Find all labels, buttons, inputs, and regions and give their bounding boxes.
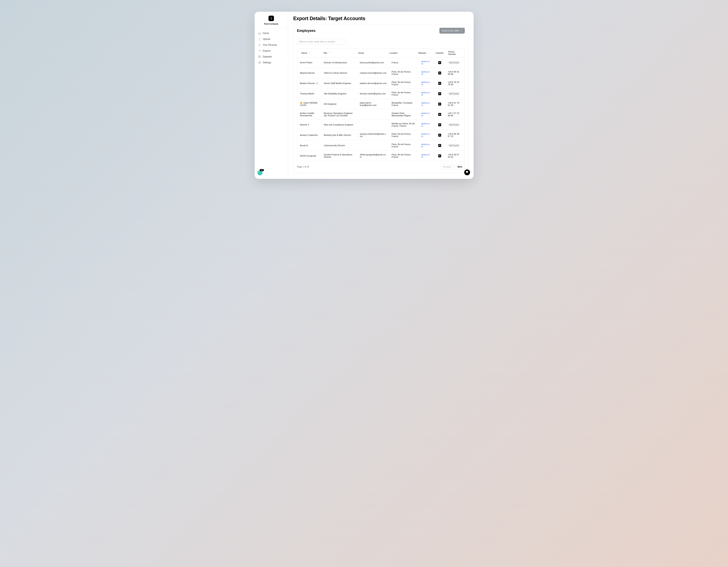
brand-name: Find Contacts — [264, 23, 278, 25]
cell-linkedin[interactable]: in — [434, 110, 445, 119]
sidebar-item-home[interactable]: Home — [257, 30, 286, 36]
cell-website[interactable]: qonto.com — [419, 68, 434, 78]
sidebar-item-your-persona[interactable]: Your Persona — [257, 42, 286, 48]
cell-location: Paris, Île-de-France, France — [389, 68, 419, 78]
cell-location: France — [389, 59, 419, 66]
cell-phone: +33 6 51 79 01 38 — [448, 102, 459, 106]
table-row: Khemiri Y.Risk and Compliance EngineerNe… — [297, 120, 465, 130]
cell-title: Site Reliability Engineer — [321, 90, 357, 98]
cell-website[interactable]: qonto.com — [419, 109, 434, 119]
col-name[interactable]: Name — [297, 50, 321, 56]
cell-phone-wrapper: +33 7 67 22 88 06 — [445, 109, 465, 119]
sort-icon — [328, 52, 330, 54]
cell-location: Greater Paris Metropolitan Region — [389, 109, 419, 119]
cell-location: Paris, Île-de-France, France — [389, 140, 419, 151]
table-row: Kevin PrettreDirector of Infrastructurek… — [297, 57, 465, 68]
cell-linkedin[interactable]: in — [434, 152, 445, 160]
cell-website[interactable]: qonto.com — [419, 140, 434, 151]
cell-website[interactable]: qonto.com — [419, 78, 434, 88]
cell-name: Dimitri Gougoulis — [297, 152, 322, 160]
home-icon — [258, 32, 261, 35]
sort-icon — [308, 52, 310, 54]
push-to-crm-button[interactable]: Push to the CRM — [439, 28, 465, 34]
emoji-prefix: ✊ — [300, 102, 302, 104]
cell-linkedin[interactable]: in — [434, 79, 445, 88]
linkedin-icon: in — [438, 72, 441, 75]
sidebar-item-label: Datasets — [263, 55, 285, 58]
cell-phone-wrapper: Not Found — [445, 120, 465, 129]
chat-icon — [466, 171, 469, 174]
cell-phone-wrapper: Not Found — [445, 141, 465, 150]
sidebar: Find Contacts HomeUploadYour PersonaExpo… — [255, 12, 288, 179]
cell-title: Cybersecurity Director — [321, 142, 357, 149]
cell-email: amaury.chaboche@qonto.com — [357, 130, 389, 140]
sidebar-item-exports[interactable]: Exports — [257, 48, 286, 54]
cell-website[interactable]: qonto.com — [419, 151, 434, 161]
table-row: Dimitri GougoulisGrowth Projects & Opera… — [297, 151, 465, 161]
cell-website[interactable]: qonto.com — [419, 57, 434, 68]
cell-linkedin[interactable]: in — [434, 141, 445, 150]
upload-icon — [258, 38, 261, 40]
pager: Previous Next — [440, 164, 465, 169]
gear-icon — [258, 61, 261, 64]
nav-list: HomeUploadYour PersonaExportsDatasetsSet… — [255, 30, 288, 66]
linkedin-icon: in — [438, 144, 441, 147]
table-row: Marjorie BoruelTalent & Culture Director… — [297, 68, 465, 78]
cell-website[interactable]: qonto.com — [419, 130, 434, 140]
status-count: 189 — [260, 169, 264, 171]
page-info: Page 1 of 19 — [297, 166, 309, 168]
sidebar-item-label: Settings — [263, 61, 283, 64]
linkedin-icon: in — [438, 61, 441, 64]
main-content: Export Details: Target Accounts Employee… — [288, 12, 474, 179]
cell-email: dimitri.gougoulis@qonto.com — [357, 151, 389, 161]
col-title[interactable]: Title — [321, 50, 356, 56]
sort-icon — [427, 52, 429, 54]
cell-phone: +33 6 89 31 99 60 — [448, 71, 459, 75]
cell-name: Khemiri Y. — [297, 121, 322, 129]
sidebar-item-datasets[interactable]: Datasets — [257, 54, 286, 60]
linkedin-icon: in — [438, 113, 441, 116]
cell-location: Paris, Île-de-France, France — [389, 89, 419, 99]
cell-linkedin[interactable]: in — [434, 58, 445, 67]
col-website[interactable]: Website — [416, 50, 433, 56]
cell-linkedin[interactable]: in — [434, 90, 445, 98]
next-button[interactable]: Next — [455, 164, 465, 169]
cell-website[interactable]: qonto.com — [419, 99, 434, 109]
table-row: Andres Castillo HormaecheaRevenue Operat… — [297, 109, 465, 120]
cell-website[interactable]: qonto.com — [419, 120, 434, 130]
cell-name: Kevin Prettre — [297, 59, 322, 66]
cell-linkedin[interactable]: in — [434, 69, 445, 77]
cell-phone-wrapper: +33 6 66 38 57 20 — [445, 130, 465, 140]
app-window: Find Contacts HomeUploadYour PersonaExpo… — [255, 12, 474, 179]
table-row: Ayoub E.Cybersecurity DirectorParis, Île… — [297, 140, 465, 151]
svg-point-2 — [259, 62, 260, 63]
table-header-row: Name Title Email Location Website Linked… — [297, 49, 465, 57]
cell-website[interactable]: qonto.com — [419, 89, 434, 99]
col-email: Email — [356, 50, 387, 56]
not-found-badge: Not Found — [448, 123, 460, 127]
sidebar-item-label: Your Persona — [263, 44, 285, 46]
download-icon — [270, 17, 273, 20]
card-title: Employees — [297, 29, 316, 33]
employees-table: Name Title Email Location Website Linked… — [297, 49, 465, 161]
cell-title: Growth Projects & Operations Director — [321, 151, 357, 161]
prev-button[interactable]: Previous — [440, 164, 454, 169]
table-row: Bastien Decroix ⊘Senior Staff Mobile Eng… — [297, 78, 465, 89]
table-row: Amaury ChabocheBanking Ops & AML Directo… — [297, 130, 465, 140]
user-icon — [258, 44, 261, 46]
cell-email — [357, 122, 389, 128]
cell-phone-wrapper: +33 6 18 22 78 88 — [445, 78, 465, 88]
cell-location: Paris, Île-de-France, France — [389, 78, 419, 88]
linkedin-icon: in — [438, 82, 441, 85]
sidebar-item-settings[interactable]: Settings — [257, 60, 286, 66]
filter-input[interactable] — [297, 39, 346, 45]
cell-linkedin[interactable]: in — [434, 121, 445, 129]
sidebar-item-upload[interactable]: Upload — [257, 36, 286, 42]
cell-linkedin[interactable]: in — [434, 131, 445, 139]
cell-linkedin[interactable]: in — [434, 100, 445, 108]
cell-phone: +33 6 66 38 57 20 — [448, 133, 459, 137]
cell-phone-wrapper: Not Found — [445, 89, 465, 98]
status-orb[interactable]: 189 — [257, 170, 262, 175]
chat-fab[interactable] — [464, 170, 470, 175]
linkedin-icon: in — [438, 134, 441, 137]
